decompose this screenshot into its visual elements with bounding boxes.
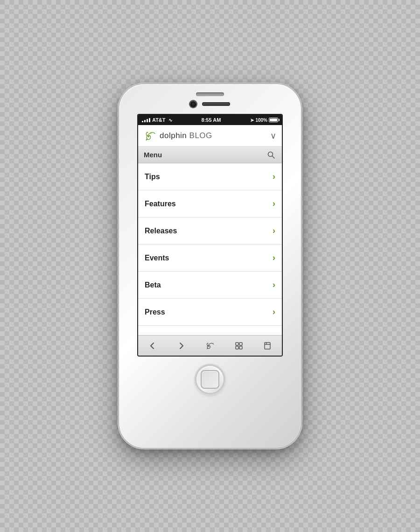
chevron-right-icon-tips: › [273,172,275,182]
chevron-right-icon-features: › [273,199,275,209]
battery-percent: 100% [255,118,267,123]
svg-rect-3 [236,343,238,345]
back-arrow-icon [148,342,157,350]
battery-icon [269,118,278,122]
grid-icon [235,342,243,350]
menu-item-events[interactable]: Events › [138,245,282,272]
earpiece [202,102,230,106]
speaker-grille [196,92,224,96]
chevron-right-icon-events: › [273,253,275,263]
menu-item-label-releases: Releases [145,227,177,235]
front-camera [190,101,196,107]
menu-list: Tips › Features › Releases › Events › Be… [138,163,282,335]
menu-item-features[interactable]: Features › [138,190,282,217]
chevron-right-icon-releases: › [273,226,275,236]
dropdown-chevron-icon[interactable]: ∨ [270,131,276,141]
menu-item-press[interactable]: Press › [138,299,282,326]
home-button[interactable] [196,366,224,393]
dolphin-home-button[interactable] [201,337,219,354]
top-sensors-area [190,101,230,107]
logo-text: dolphin BLOG [160,131,212,140]
volume-down-button[interactable] [117,194,119,217]
svg-line-2 [273,156,275,158]
menu-item-label-features: Features [145,200,176,208]
mute-button[interactable] [117,145,119,159]
menu-bar: Menu [138,147,282,163]
menu-item-tips[interactable]: Tips › [138,163,282,190]
browser-toolbar [138,335,282,356]
svg-rect-4 [239,343,242,345]
svg-rect-6 [239,346,242,349]
menu-item-label-events: Events [145,254,169,262]
home-button-area [196,366,224,393]
search-button[interactable] [266,150,276,160]
battery-fill [270,119,277,121]
search-icon [267,151,275,159]
signal-bar-3 [147,119,148,122]
chevron-right-icon-press: › [273,307,275,317]
signal-bar-4 [149,118,150,122]
bookmarks-button[interactable] [258,337,277,354]
dolphin-logo-icon [144,131,157,140]
status-left: AT&T ∿ [142,117,172,123]
carrier-name: AT&T [152,117,166,123]
back-button[interactable] [143,337,162,354]
status-bar: AT&T ∿ 8:55 AM ➤ 100% [138,115,282,125]
logo-blog-text: BLOG [189,131,212,140]
menu-item-label-beta: Beta [145,281,161,289]
menu-item-releases[interactable]: Releases › [138,217,282,245]
forward-arrow-icon [177,342,185,350]
forward-button[interactable] [172,337,190,354]
menu-item-mobile-home[interactable]: Mobile Home › [138,326,282,335]
logo-area: dolphin BLOG [144,131,212,140]
menu-item-label-press: Press [145,308,165,316]
phone-frame: AT&T ∿ 8:55 AM ➤ 100% [119,84,301,448]
menu-bar-label: Menu [144,151,162,159]
phone-bottom [196,357,224,448]
app-header: dolphin BLOG ∨ [138,125,282,147]
svg-rect-5 [236,346,238,349]
phone-screen: AT&T ∿ 8:55 AM ➤ 100% [137,114,283,357]
status-time: 8:55 AM [202,117,221,123]
signal-bars [142,118,150,122]
bookmark-icon [263,342,272,350]
menu-item-label-tips: Tips [145,173,160,181]
chevron-right-icon-beta: › [273,280,275,290]
volume-up-button[interactable] [117,166,119,189]
svg-point-0 [150,133,151,133]
logo-dolphin-text: dolphin [160,131,187,140]
wifi-icon: ∿ [168,118,172,123]
tabs-button[interactable] [230,337,248,354]
power-button[interactable] [301,163,303,196]
menu-item-beta[interactable]: Beta › [138,272,282,299]
home-button-inner [201,370,219,389]
signal-bar-2 [144,120,146,122]
location-icon: ➤ [250,118,254,123]
signal-bar-1 [142,121,143,122]
status-right: ➤ 100% [250,118,278,123]
dolphin-nav-icon [205,342,215,350]
svg-rect-7 [265,343,270,349]
